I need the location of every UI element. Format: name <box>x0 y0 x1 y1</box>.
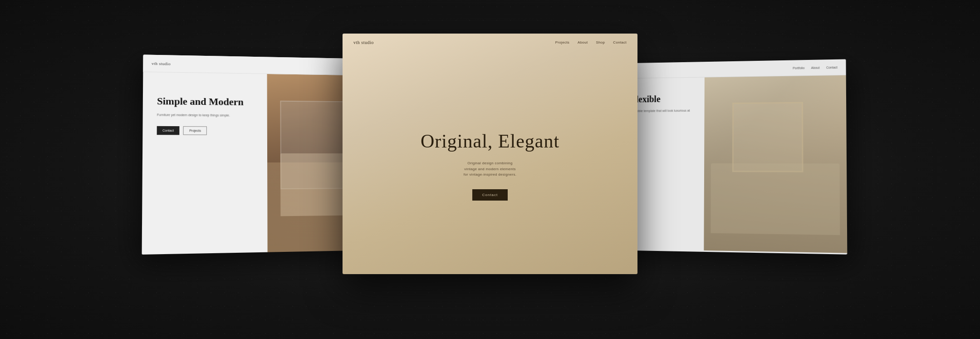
right-nav-link-2: About <box>811 66 820 69</box>
center-subtitle-line2: vintage and modern elements <box>464 167 516 171</box>
center-nav: vth studio Projects About Shop Contact <box>343 34 637 51</box>
center-nav-link-3: Shop <box>596 40 605 44</box>
left-description: Furniture yet modern design to keep thin… <box>157 113 256 118</box>
right-nav-links: Portfolio About Contact <box>793 65 838 69</box>
left-buttons: Contact Projects <box>157 126 256 135</box>
left-brand: vth studio <box>152 61 171 66</box>
left-contact-button[interactable]: Contact <box>157 126 180 135</box>
center-subtitle-line1: Original design combining <box>467 161 513 165</box>
center-headline: Original, Elegant <box>421 131 559 152</box>
right-nav-link-1: Portfolio <box>793 66 804 69</box>
left-headline: Simple and Modern <box>157 95 256 108</box>
card-center: vth studio Projects About Shop Contact O… <box>343 34 637 274</box>
room-furniture-decoration <box>711 163 840 235</box>
center-subtitle: Original design combining vintage and mo… <box>464 161 516 178</box>
center-body: Original, Elegant Original design combin… <box>343 51 637 271</box>
left-projects-button[interactable]: Projects <box>183 126 207 135</box>
left-text-section: Simple and Modern Furniture yet modern d… <box>142 72 268 254</box>
center-nav-link-1: Projects <box>555 40 569 44</box>
center-contact-button[interactable]: Contact <box>472 189 508 201</box>
center-nav-link-2: About <box>578 40 588 44</box>
right-image <box>704 75 847 253</box>
preview-scene: vth studio Projects About Contact Simple… <box>172 43 808 297</box>
room-artwork-decoration <box>732 102 803 172</box>
right-nav-link-3: Contact <box>826 65 838 69</box>
center-nav-links: Projects About Shop Contact <box>555 40 627 44</box>
center-brand: vth studio <box>353 40 374 45</box>
center-nav-link-4: Contact <box>613 40 627 44</box>
center-subtitle-line3: for vintage-inspired designers. <box>464 172 516 177</box>
